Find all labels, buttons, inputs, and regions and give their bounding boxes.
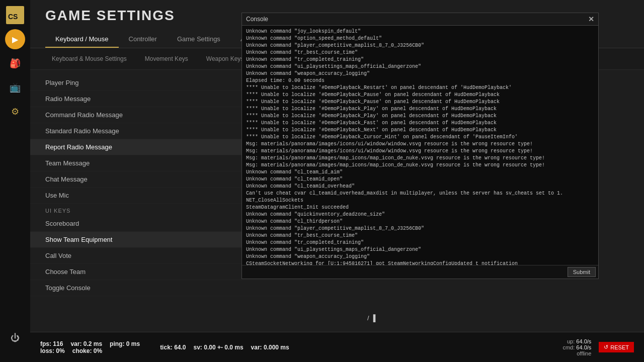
sub-tab-movement-keys[interactable]: Movement Keys — [138, 52, 195, 65]
tab-controller[interactable]: Controller — [119, 31, 167, 48]
item-label: Report Radio Message — [45, 143, 112, 151]
sv-value: 0.00 +- 0.0 ms — [204, 344, 243, 351]
status-bar: fps: 116 var: 0.2 ms ping: 0 ms loss: 0%… — [30, 332, 644, 362]
sv-label: sv: 0.00 +- 0.0 ms — [194, 344, 244, 351]
inventory-icon[interactable]: 🎒 — [5, 53, 25, 73]
tick-row: tick: 64.0 sv: 0.00 +- 0.0 ms var: 0.000… — [160, 344, 289, 351]
loss-row: loss: 0% choke: 0% — [40, 347, 140, 354]
var-value: 0.2 ms — [84, 340, 102, 347]
power-icon[interactable]: ⏻ — [5, 328, 25, 348]
settings-icon[interactable]: ⚙ — [5, 102, 25, 122]
item-label: Command Radio Message — [45, 111, 123, 119]
reset-button[interactable]: ↺ RESET — [599, 342, 634, 352]
offline-status: offline — [577, 350, 591, 356]
console-close-button[interactable]: ✕ — [588, 15, 594, 23]
cmd-group: cmd: 64.0/s — [562, 344, 591, 350]
var-label: var: 0.2 ms — [70, 340, 102, 347]
svg-text:CS: CS — [8, 13, 18, 21]
fps-group: fps: 116 var: 0.2 ms ping: 0 ms loss: 0%… — [40, 340, 140, 354]
console-titlebar: Console ✕ — [242, 13, 598, 26]
item-label: Toggle Console — [45, 284, 91, 292]
console-output: Unknown command "joy_lookspin_default" U… — [242, 26, 598, 265]
console-title: Console — [246, 16, 268, 23]
console-window: Console ✕ Unknown command "joy_lookspin_… — [242, 13, 599, 279]
status-right: up: 64.0/s cmd: 64.0/s offline — [562, 338, 591, 356]
ping-value: 0 ms — [126, 340, 140, 347]
var2-label: var: 0.000 ms — [251, 344, 289, 351]
fps-value: 116 — [53, 340, 63, 347]
console-submit-button[interactable]: Submit — [568, 267, 596, 277]
choke-label: choke: 0% — [72, 347, 102, 354]
loss-label: loss: 0% — [40, 347, 65, 354]
reset-label: RESET — [610, 344, 629, 350]
up-cmd-group: up: 64.0/s — [567, 338, 591, 344]
choke-value: 0% — [94, 347, 102, 354]
item-label: Scoreboard — [45, 220, 79, 227]
sub-tab-keyboard-mouse-settings[interactable]: Keyboard & Mouse Settings — [45, 52, 133, 65]
item-label: Radio Message — [45, 95, 91, 103]
item-label: Use Mic — [45, 192, 69, 199]
var2-value: 0.000 ms — [264, 344, 289, 351]
left-sidebar: CS ▶ 🎒 📺 ⚙ ⏻ — [0, 0, 30, 362]
console-input-row: Submit — [242, 265, 598, 279]
tab-game-settings[interactable]: Game Settings — [167, 31, 230, 48]
cursor-indicator: / ▐ — [367, 314, 375, 322]
tv-icon[interactable]: 📺 — [5, 77, 25, 98]
tab-keyboard-mouse[interactable]: Keyboard / Mouse — [45, 31, 119, 48]
item-label: Standard Radio Message — [45, 127, 119, 135]
list-item-toggle-console[interactable]: Toggle Console — [30, 280, 302, 296]
tick-label: tick: 64.0 — [160, 344, 186, 351]
csgo-logo-icon: CS — [5, 5, 25, 25]
item-label: Show Team Equipment — [45, 236, 112, 243]
ping-label: ping: 0 ms — [110, 340, 140, 347]
fps-row: fps: 116 var: 0.2 ms ping: 0 ms — [40, 340, 140, 347]
item-label: Choose Team — [45, 268, 86, 276]
play-button[interactable]: ▶ — [5, 29, 25, 49]
tick-group: tick: 64.0 sv: 0.00 +- 0.0 ms var: 0.000… — [160, 344, 289, 351]
tick-value: 64.0 — [174, 344, 186, 351]
item-label: Call Vote — [45, 252, 71, 259]
console-input[interactable] — [245, 267, 568, 277]
fps-label: fps: 116 — [40, 340, 63, 347]
loss-value: 0% — [56, 347, 64, 354]
reset-icon: ↺ — [604, 344, 608, 350]
item-label: Chat Message — [45, 175, 88, 183]
item-label: Player Ping — [45, 79, 78, 86]
item-label: Team Message — [45, 159, 90, 167]
